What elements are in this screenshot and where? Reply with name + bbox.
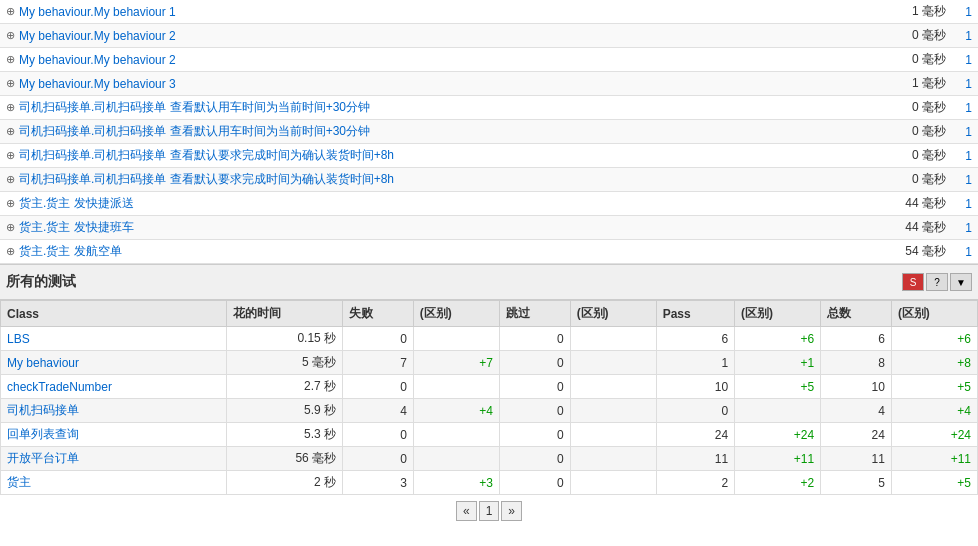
item-link[interactable]: 司机扫码接单.司机扫码接单 查看默认用车时间为当前时间+30分钟: [19, 99, 912, 116]
table-row: checkTradeNumber 2.7 秒 0 0 10 +5 10 +5: [1, 375, 978, 399]
table-row: 货主 2 秒 3 +3 0 2 +2 5 +5: [1, 471, 978, 495]
item-count[interactable]: 1: [956, 5, 972, 19]
col-fail-diff: (区别): [413, 301, 499, 327]
item-link[interactable]: My behaviour.My behaviour 3: [19, 77, 912, 91]
toolbar-s-btn[interactable]: S: [902, 273, 924, 291]
cell-skip: 0: [499, 423, 570, 447]
col-pass: Pass: [656, 301, 734, 327]
item-link[interactable]: 货主.货主 发快捷班车: [19, 219, 905, 236]
cell-fail: 0: [343, 375, 414, 399]
toolbar-dropdown-btn[interactable]: ▼: [950, 273, 972, 291]
item-time: 54 毫秒: [905, 243, 946, 260]
item-link[interactable]: 司机扫码接单.司机扫码接单 查看默认要求完成时间为确认装货时间+8h: [19, 171, 912, 188]
cell-skip-diff: [570, 447, 656, 471]
cell-time: 5.9 秒: [226, 399, 343, 423]
col-skip: 跳过: [499, 301, 570, 327]
item-count[interactable]: 1: [956, 29, 972, 43]
col-time: 花的时间: [226, 301, 343, 327]
col-total: 总数: [821, 301, 892, 327]
cell-class[interactable]: 回单列表查询: [1, 423, 227, 447]
bottom-nav: « 1 »: [0, 495, 978, 527]
cell-skip: 0: [499, 351, 570, 375]
expand-icon: ⊕: [6, 53, 15, 66]
cell-pass: 24: [656, 423, 734, 447]
expand-icon: ⊕: [6, 29, 15, 42]
prev-btn[interactable]: «: [456, 501, 477, 521]
item-time: 44 毫秒: [905, 219, 946, 236]
item-time: 0 毫秒: [912, 171, 946, 188]
cell-class[interactable]: 货主: [1, 471, 227, 495]
cell-fail: 0: [343, 423, 414, 447]
cell-total: 11: [821, 447, 892, 471]
cell-time: 2.7 秒: [226, 375, 343, 399]
list-item: ⊕ 司机扫码接单.司机扫码接单 查看默认要求完成时间为确认装货时间+8h 0 毫…: [0, 144, 978, 168]
cell-total: 8: [821, 351, 892, 375]
table-row: My behaviour 5 毫秒 7 +7 0 1 +1 8 +8: [1, 351, 978, 375]
cell-pass-diff: +1: [735, 351, 821, 375]
item-count[interactable]: 1: [956, 53, 972, 67]
list-item: ⊕ 司机扫码接单.司机扫码接单 查看默认要求完成时间为确认装货时间+8h 0 毫…: [0, 168, 978, 192]
table-row: 开放平台订单 56 毫秒 0 0 11 +11 11 +11: [1, 447, 978, 471]
item-link[interactable]: My behaviour.My behaviour 1: [19, 5, 912, 19]
cell-class[interactable]: 开放平台订单: [1, 447, 227, 471]
expand-icon: ⊕: [6, 125, 15, 138]
cell-skip: 0: [499, 471, 570, 495]
cell-class[interactable]: 司机扫码接单: [1, 399, 227, 423]
expand-icon: ⊕: [6, 77, 15, 90]
cell-fail: 7: [343, 351, 414, 375]
item-link[interactable]: 司机扫码接单.司机扫码接单 查看默认要求完成时间为确认装货时间+8h: [19, 147, 912, 164]
item-link[interactable]: 货主.货主 发航空单: [19, 243, 905, 260]
expand-icon: ⊕: [6, 5, 15, 18]
cell-pass-diff: [735, 399, 821, 423]
item-count[interactable]: 1: [956, 125, 972, 139]
item-count[interactable]: 1: [956, 101, 972, 115]
item-link[interactable]: 货主.货主 发快捷派送: [19, 195, 905, 212]
expand-icon: ⊕: [6, 221, 15, 234]
table-row: 回单列表查询 5.3 秒 0 0 24 +24 24 +24: [1, 423, 978, 447]
cell-pass-diff: +5: [735, 375, 821, 399]
item-link[interactable]: 司机扫码接单.司机扫码接单 查看默认用车时间为当前时间+30分钟: [19, 123, 912, 140]
expand-icon: ⊕: [6, 101, 15, 114]
cell-pass-diff: +11: [735, 447, 821, 471]
cell-fail-diff: +7: [413, 351, 499, 375]
cell-total: 24: [821, 423, 892, 447]
cell-time: 2 秒: [226, 471, 343, 495]
item-link[interactable]: My behaviour.My behaviour 2: [19, 29, 912, 43]
expand-icon: ⊕: [6, 173, 15, 186]
col-skip-diff: (区别): [570, 301, 656, 327]
item-count[interactable]: 1: [956, 221, 972, 235]
toolbar-help-btn[interactable]: ?: [926, 273, 948, 291]
cell-class[interactable]: My behaviour: [1, 351, 227, 375]
cell-skip-diff: [570, 375, 656, 399]
cell-total: 5: [821, 471, 892, 495]
list-item: ⊕ 货主.货主 发快捷派送 44 毫秒 1: [0, 192, 978, 216]
list-item: ⊕ My behaviour.My behaviour 1 1 毫秒 1: [0, 0, 978, 24]
cell-class[interactable]: checkTradeNumber: [1, 375, 227, 399]
col-total-diff: (区别): [891, 301, 977, 327]
col-fail: 失败: [343, 301, 414, 327]
cell-pass: 2: [656, 471, 734, 495]
item-count[interactable]: 1: [956, 173, 972, 187]
cell-skip: 0: [499, 447, 570, 471]
cell-fail-diff: +4: [413, 399, 499, 423]
cell-class[interactable]: LBS: [1, 327, 227, 351]
item-count[interactable]: 1: [956, 197, 972, 211]
cell-total-diff: +11: [891, 447, 977, 471]
cell-total: 4: [821, 399, 892, 423]
item-time: 0 毫秒: [912, 99, 946, 116]
cell-skip: 0: [499, 399, 570, 423]
cell-fail-diff: [413, 375, 499, 399]
cell-skip-diff: [570, 423, 656, 447]
item-count[interactable]: 1: [956, 149, 972, 163]
expand-icon: ⊕: [6, 197, 15, 210]
cell-pass: 10: [656, 375, 734, 399]
item-count[interactable]: 1: [956, 245, 972, 259]
cell-pass-diff: +24: [735, 423, 821, 447]
item-link[interactable]: My behaviour.My behaviour 2: [19, 53, 912, 67]
cell-time: 5 毫秒: [226, 351, 343, 375]
next-btn[interactable]: »: [501, 501, 522, 521]
item-count[interactable]: 1: [956, 77, 972, 91]
page1-btn[interactable]: 1: [479, 501, 500, 521]
item-time: 44 毫秒: [905, 195, 946, 212]
cell-pass: 11: [656, 447, 734, 471]
